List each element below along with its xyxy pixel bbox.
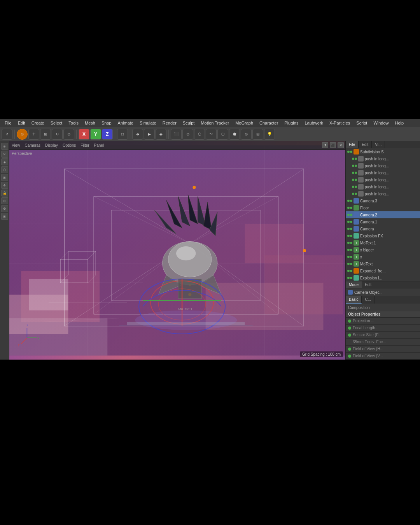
viewport-tab-view[interactable]: View <box>12 143 20 147</box>
render-button[interactable]: ▶ <box>144 129 155 140</box>
left-tool-9[interactable]: ⚙ <box>1 205 8 212</box>
list-item[interactable]: Camera <box>346 225 420 232</box>
menu-edit[interactable]: Edit <box>15 120 28 126</box>
viewport-tab-filter[interactable]: Filter <box>80 143 89 147</box>
viewport-tab-panel[interactable]: Panel <box>94 143 104 147</box>
sphere-button[interactable]: ⊙ <box>182 129 193 140</box>
rpanel-tab-file[interactable]: File <box>346 141 359 148</box>
toolbar-separator-4 <box>130 130 130 139</box>
menu-help[interactable]: Help <box>392 120 407 126</box>
menu-sculpt[interactable]: Sculpt <box>180 120 198 126</box>
menu-xparticles[interactable]: X-Particles <box>326 120 353 126</box>
left-tool-4[interactable]: ⬡ <box>1 166 8 173</box>
viewport[interactable]: MoText.1 x z y View Cameras Display Opti… <box>9 141 345 360</box>
left-tool-2[interactable]: ✕ <box>1 151 8 158</box>
menu-mesh[interactable]: Mesh <box>82 120 98 126</box>
mode-edit-tabs: Mode Edit <box>346 281 420 288</box>
menu-tools[interactable]: Tools <box>65 120 82 126</box>
menu-laubwerk[interactable]: Laubwerk <box>301 120 326 126</box>
left-tool-6[interactable]: ✛ <box>1 182 8 189</box>
obj-icon <box>354 205 359 211</box>
mograph-button[interactable]: ⬟ <box>229 129 240 140</box>
list-item[interactable]: push in long... <box>346 190 420 197</box>
object-list[interactable]: Subdivision S push in long... push in lo… <box>346 148 420 281</box>
axis-y-button[interactable]: Y <box>90 129 101 140</box>
list-item[interactable]: Camera.3 <box>346 197 420 204</box>
select-tool-button[interactable]: ⊙ <box>17 129 28 140</box>
list-item[interactable]: Camera.1 <box>346 218 420 225</box>
menu-simulate[interactable]: Simulate <box>136 120 159 126</box>
list-item[interactable]: push in long... <box>346 162 420 169</box>
obj-icon <box>354 268 359 274</box>
list-item-selected[interactable]: Camera.2 <box>346 211 420 218</box>
list-item[interactable]: Exported_fro... <box>346 267 420 274</box>
list-item[interactable]: Subdivision S <box>346 148 420 155</box>
move-tool-button[interactable]: ✛ <box>28 129 39 140</box>
undo-button[interactable]: ↺ <box>2 129 12 140</box>
list-item[interactable]: push in long... <box>346 155 420 162</box>
obj-dots <box>347 270 352 272</box>
menu-snap[interactable]: Snap <box>98 120 115 126</box>
left-tool-8[interactable]: ⊙ <box>1 197 8 204</box>
mesh-button[interactable]: ⬡ <box>194 129 205 140</box>
menu-mograph[interactable]: MoGraph <box>232 120 256 126</box>
menu-window[interactable]: Window <box>370 120 392 126</box>
list-item[interactable]: Explosion l... <box>346 274 420 281</box>
prop-tab-c[interactable]: C... <box>362 296 374 304</box>
menu-create[interactable]: Create <box>28 120 47 126</box>
rotate-tool-button[interactable]: ↻ <box>52 129 63 140</box>
play-button[interactable]: ⏮ <box>132 129 143 140</box>
obj-dots <box>347 256 352 258</box>
list-item[interactable]: T x bigger <box>346 246 420 253</box>
viewport-ctrl-1[interactable]: ⬆ <box>322 142 328 148</box>
shape-button[interactable]: □ <box>117 129 128 140</box>
list-item[interactable]: T MoText <box>346 260 420 267</box>
obj-dots <box>347 242 352 244</box>
menu-animate[interactable]: Animate <box>115 120 136 126</box>
axis-x-button[interactable]: X <box>79 129 89 140</box>
obj-icon: T <box>354 247 359 253</box>
render-view-button[interactable]: ◈ <box>156 129 166 140</box>
menu-plugins[interactable]: Plugins <box>281 120 301 126</box>
field-button[interactable]: ⊙ <box>241 129 252 140</box>
menu-render[interactable]: Render <box>159 120 180 126</box>
prop-row-fovh: Field of View (H... <box>346 346 420 353</box>
edit-tab[interactable]: Edit <box>362 281 374 288</box>
menu-motion-tracker[interactable]: Motion Tracker <box>198 120 232 126</box>
list-item[interactable]: push in long... <box>346 176 420 183</box>
scale-tool-button[interactable]: ⊞ <box>40 129 51 140</box>
list-item[interactable]: T MoText.1 <box>346 239 420 246</box>
prop-tab-basic[interactable]: Basic <box>346 296 362 304</box>
viewport-tab-cameras[interactable]: Cameras <box>25 143 41 147</box>
menu-character[interactable]: Character <box>256 120 281 126</box>
rpanel-tab-vi[interactable]: Vi... <box>372 141 385 148</box>
left-tool-1[interactable]: ⊙ <box>1 143 8 150</box>
obj-name: x <box>360 255 418 259</box>
curve-button[interactable]: 〜 <box>206 129 217 140</box>
mode-tab[interactable]: Mode <box>346 281 362 288</box>
viewport-ctrl-2[interactable]: ⬛ <box>330 142 336 148</box>
left-tool-5[interactable]: ⊞ <box>1 174 8 181</box>
menu-select[interactable]: Select <box>47 120 66 126</box>
list-item[interactable]: T x <box>346 253 420 260</box>
list-item[interactable]: Explosion FX <box>346 232 420 239</box>
axis-z-button[interactable]: Z <box>102 129 113 140</box>
cube-button[interactable]: ⬛ <box>171 129 182 140</box>
select-all-button[interactable]: ⊙ <box>63 129 74 140</box>
grid-button[interactable]: ⊞ <box>252 129 263 140</box>
list-item[interactable]: push in long... <box>346 183 420 190</box>
viewport-tab-display[interactable]: Display <box>45 143 58 147</box>
rpanel-tab-edit[interactable]: Edit <box>359 141 372 148</box>
viewport-tab-options[interactable]: Options <box>63 143 76 147</box>
left-tool-3[interactable]: ◈ <box>1 158 8 165</box>
list-item[interactable]: push in long... <box>346 169 420 176</box>
menu-script[interactable]: Script <box>353 120 370 126</box>
left-tool-7[interactable]: 🔒 <box>1 190 8 197</box>
deform-button[interactable]: ⬡ <box>217 129 228 140</box>
viewport-ctrl-3[interactable]: ✕ <box>338 142 344 148</box>
menu-file[interactable]: File <box>2 120 15 126</box>
list-item[interactable]: Floor <box>346 204 420 211</box>
light-button[interactable]: 💡 <box>264 129 275 140</box>
left-tool-10[interactable]: ⊞ <box>1 213 8 220</box>
prop-dot-sensor <box>348 334 351 337</box>
